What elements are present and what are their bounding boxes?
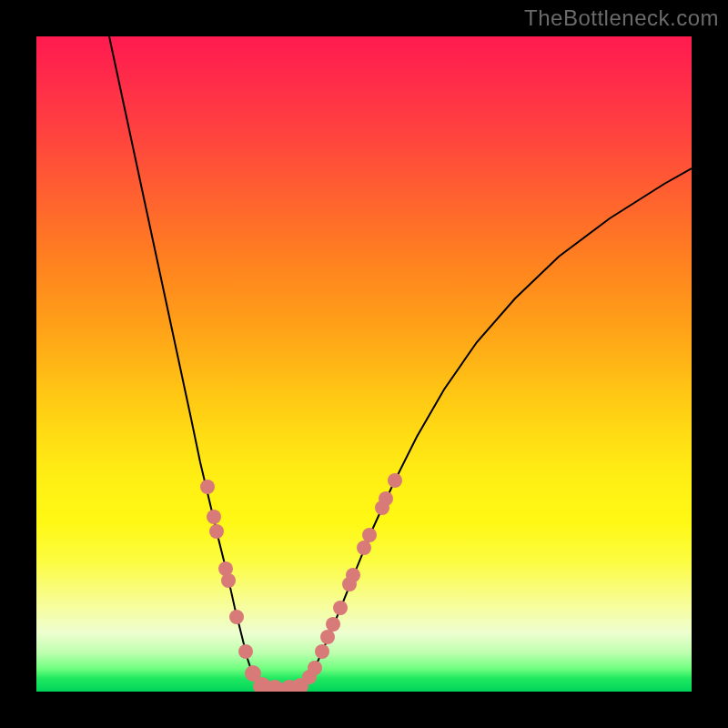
curve-marker: [209, 524, 224, 539]
curve-marker: [200, 480, 215, 494]
curve-marker: [346, 568, 360, 582]
curve-marker: [320, 630, 335, 644]
curve-marker: [379, 491, 393, 506]
watermark-text: TheBottleneck.com: [524, 5, 719, 31]
curve-marker: [357, 541, 371, 555]
curve-marker: [229, 610, 244, 624]
curve-marker: [207, 510, 221, 524]
curve-marker: [326, 617, 340, 632]
chart-frame: TheBottleneck.com: [0, 0, 728, 728]
curve-marker: [221, 573, 236, 588]
curve-marker: [362, 528, 377, 542]
curve-markers: [200, 473, 402, 692]
curve-marker: [333, 601, 348, 615]
bottleneck-curve: [109, 36, 692, 690]
bottleneck-curve-svg: [36, 36, 692, 692]
plot-area: [36, 36, 692, 692]
curve-marker: [238, 644, 253, 659]
curve-marker: [308, 661, 322, 675]
curve-marker: [315, 644, 329, 659]
curve-marker: [388, 473, 402, 488]
